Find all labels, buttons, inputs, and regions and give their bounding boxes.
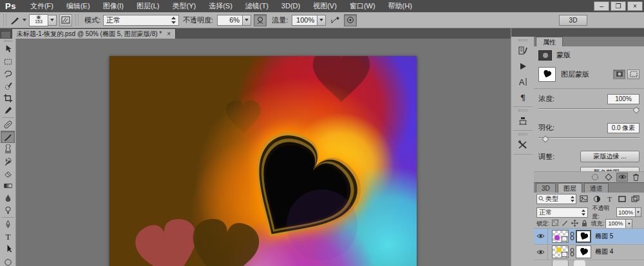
layer-mask-thumbnail[interactable] [576,245,591,258]
tab-close-icon[interactable]: × [167,30,171,37]
layer-opacity-value[interactable]: 100% [616,207,636,217]
airbrush-button[interactable] [328,14,341,26]
opacity-control[interactable]: 6% [217,15,251,26]
filter-shape-layers-icon[interactable] [617,194,627,204]
character-panel-icon[interactable]: A [515,74,531,90]
options-bar-grip[interactable] [3,14,6,26]
layer-blend-mode-select[interactable]: 正常 [536,207,588,218]
menu-item-3d[interactable]: 3D(D) [275,0,307,12]
strip-grip[interactable] [518,109,527,111]
menu-item-layer[interactable]: 图层(L) [130,0,166,12]
fill-value[interactable]: 100% [605,219,626,229]
filter-smart-objects-icon[interactable] [630,194,640,204]
tab-3d[interactable]: 3D [536,183,556,193]
tool-quick-selection[interactable] [1,80,15,92]
menu-item-edit[interactable]: 编辑(E) [60,0,97,12]
brush-size-dropdown[interactable] [48,15,57,26]
layer-mask-thumbnail[interactable] [538,67,556,82]
lock-position-icon[interactable] [571,220,578,228]
layer-visibility-eye-icon[interactable] [534,245,548,260]
tool-history-brush[interactable] [1,155,15,167]
flow-field[interactable]: 100% [292,15,317,26]
brush-presets-panel-icon[interactable] [515,43,531,59]
mask-link-icon[interactable] [570,232,574,240]
canvas-workspace[interactable] [16,39,511,266]
tool-presets-panel-icon[interactable] [515,137,531,153]
pressure-opacity-button[interactable] [254,14,267,26]
tool-crop[interactable] [1,92,15,104]
tab-layers[interactable]: 图层 [558,183,582,193]
canvas-document[interactable] [109,56,417,266]
layer-row-ellipse-4[interactable]: 椭圆 4 [534,244,644,260]
lock-all-icon[interactable] [582,220,587,228]
load-selection-icon[interactable] [589,173,601,182]
opacity-dropdown[interactable] [243,15,251,26]
tool-eraser[interactable] [1,167,15,180]
tool-pen[interactable] [1,218,15,231]
layer-thumbnail[interactable] [552,230,569,243]
layer-opacity-dropdown[interactable] [636,207,641,217]
tool-eyedropper[interactable] [1,104,15,117]
vector-mask-button[interactable] [627,70,639,79]
apply-mask-icon[interactable] [603,173,614,182]
pixel-mask-button[interactable] [613,70,625,79]
tab-properties[interactable]: 属性 [536,37,563,46]
actions-panel-icon[interactable] [515,59,531,74]
workspace-switcher[interactable]: 3D [559,15,587,26]
canvas-artwork[interactable] [109,56,417,266]
layer-comps-panel-icon[interactable] [515,113,531,129]
toggle-brush-panel-button[interactable] [59,14,72,26]
brush-tool-preset[interactable] [10,15,26,25]
layer-thumbnail[interactable] [552,245,569,258]
blend-mode-select[interactable]: 正常 [103,15,179,26]
tool-rectangular-marquee[interactable] [1,55,15,68]
menu-item-help[interactable]: 帮助(H) [382,0,419,12]
paragraph-panel-icon[interactable]: ¶ [515,90,531,105]
toolbar-grip[interactable] [4,40,12,42]
close-button[interactable]: × [627,1,643,11]
menu-item-image[interactable]: 图像(I) [97,0,130,12]
flow-control[interactable]: 100% [292,15,326,26]
tool-spot-healing-brush[interactable] [1,119,15,131]
pressure-size-button[interactable] [344,14,357,26]
delete-mask-trash-icon[interactable] [630,173,641,182]
layer-row-ellipse-5[interactable]: 椭圆 5 [534,228,644,244]
tool-blur[interactable] [1,192,15,204]
lock-transparency-icon[interactable] [552,220,558,227]
tool-move[interactable] [1,43,15,55]
filter-type-layers-icon[interactable]: T [604,194,614,204]
minimize-button[interactable]: – [594,1,609,11]
tab-channels[interactable]: 通道 [584,183,609,193]
menu-item-file[interactable]: 文件(F) [24,0,60,12]
feather-value[interactable]: 0.0 像素 [607,123,639,133]
strip-grip[interactable] [518,133,527,135]
menu-item-select[interactable]: 选择(S) [202,0,239,12]
lock-pixels-icon[interactable] [562,220,568,227]
layer-name[interactable]: 椭圆 4 [595,247,613,256]
strip-grip[interactable] [518,39,527,41]
fill-dropdown[interactable] [626,219,632,229]
restore-button[interactable]: ❐ [611,1,626,11]
filter-pixel-layers-icon[interactable] [579,194,589,204]
tool-brush[interactable] [1,131,15,143]
tool-ellipse[interactable] [1,255,15,266]
filter-type-select[interactable]: 类型 [536,194,576,204]
density-value[interactable]: 100% [607,94,639,104]
layer-visibility-eye-icon[interactable] [534,229,548,244]
tool-clone-stamp[interactable] [1,143,15,155]
layer-mask-thumbnail[interactable] [576,230,591,243]
menu-item-window[interactable]: 窗口(W) [343,0,382,12]
filter-adjustment-layers-icon[interactable] [592,194,602,204]
tool-gradient[interactable] [1,180,15,192]
flow-dropdown[interactable] [317,15,326,26]
layer-row-partial[interactable] [534,260,644,266]
density-slider[interactable] [538,106,639,114]
feather-slider[interactable] [538,135,639,143]
tool-type[interactable]: T [1,231,15,243]
document-tab[interactable]: 未标题-1-恢复的.psd @ 50% (椭圆 5, 图层蒙版/8) * × [12,28,176,39]
menu-item-filter[interactable]: 滤镜(T) [239,0,275,12]
layer-name[interactable]: 椭圆 5 [595,232,613,241]
mask-link-icon[interactable] [570,248,574,256]
tool-dodge[interactable] [1,204,15,216]
mask-edge-button[interactable]: 蒙版边缘 ... [580,151,639,162]
